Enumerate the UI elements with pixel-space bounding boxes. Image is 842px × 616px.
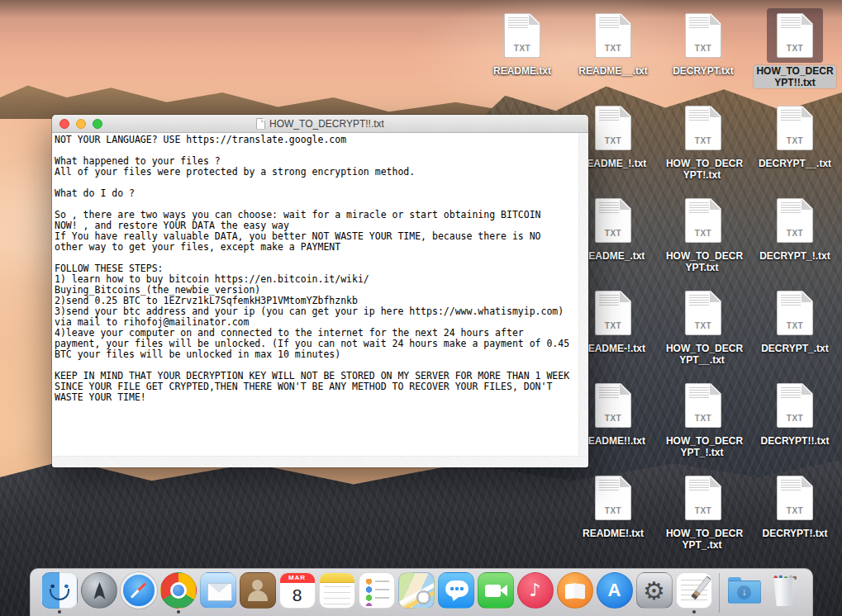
desktop-icon-txt-file[interactable]: TXTDECRYPT_.txt [752, 286, 838, 354]
txt-page-glyph: TXT [685, 13, 721, 58]
file-type-badge: TXT [505, 44, 540, 53]
desktop-icon-txt-file[interactable]: TXTHOW_TO_DECR YPT!.txt [660, 101, 746, 181]
dock-item-sysprefs[interactable]: ⚙ [636, 572, 673, 615]
mail-icon [200, 572, 236, 609]
minimize-button[interactable] [76, 119, 86, 129]
txt-page-glyph: TXT [685, 291, 721, 335]
txt-file-icon: TXT [585, 286, 641, 340]
running-indicator-dot [692, 610, 696, 614]
file-name-label: HOW_TO_DECR YPT.txt [660, 250, 746, 273]
txt-page-glyph: TXT [777, 198, 813, 243]
txt-file-icon: TXT [675, 471, 731, 525]
dock-item-messages[interactable] [438, 572, 474, 615]
ibooks-icon [557, 572, 593, 609]
desktop-icon-txt-file[interactable]: TXTREADME!.txt [570, 471, 656, 539]
downloads-folder-body: ↓ [728, 580, 761, 604]
txt-file-icon: TXT [675, 286, 731, 340]
file-type-badge: TXT [596, 321, 630, 330]
desktop-icon-txt-file[interactable]: TXTHOW_TO_DECR YPT__.txt [660, 286, 746, 366]
desktop-icon-txt-file[interactable]: TXTDECRYPT__.txt [752, 101, 838, 169]
dock-item-chrome[interactable] [160, 572, 197, 615]
dock-item-downloads[interactable]: ↓ [726, 572, 763, 615]
document-proxy-icon[interactable] [256, 118, 265, 130]
file-type-badge: TXT [596, 506, 630, 515]
maps-icon [398, 572, 435, 609]
downloads-icon: ↓ [726, 572, 763, 609]
trash-icon [766, 572, 802, 609]
desktop-icon-txt-file[interactable]: TXTHOW_TO_DECR YPT.txt [660, 193, 746, 273]
dock-item-itunes[interactable]: ♪ [517, 572, 554, 615]
textedit-window: HOW_TO_DECRYPT!!.txt NOT YOUR LANGUAGE? … [52, 115, 588, 467]
desktop-icon-txt-file[interactable]: TXTHOW_TO_DECR YPT!!.txt [752, 8, 838, 88]
desktop-icon-txt-file[interactable]: TXTDECRYPT.txt [660, 8, 746, 77]
txt-page-glyph: TXT [595, 198, 631, 243]
file-name-label: HOW_TO_DECR YPT__.txt [660, 343, 746, 366]
file-type-badge: TXT [778, 506, 812, 515]
file-type-badge: TXT [778, 136, 812, 145]
dock-item-maps[interactable] [398, 572, 435, 615]
desktop-icon-txt-file[interactable]: TXTHOW_TO_DECR YPT_.txt [660, 471, 746, 551]
dock-item-trash[interactable] [766, 572, 802, 615]
file-type-badge: TXT [686, 414, 721, 423]
dock-item-calendar[interactable]: MAR8 [279, 572, 316, 615]
desktop-icon-txt-file[interactable]: TXTDECRYPT_!.txt [752, 193, 838, 262]
txt-file-icon: TXT [675, 193, 731, 248]
dock-item-appstore[interactable]: A [597, 572, 633, 615]
desktop-icon-txt-file[interactable]: TXTREADME.txt [479, 8, 565, 77]
page-fold-corner [710, 384, 721, 395]
dock-item-facetime[interactable] [478, 572, 514, 615]
txt-page-glyph: TXT [777, 291, 813, 335]
contacts-icon [240, 572, 276, 609]
dock-item-finder[interactable] [41, 572, 78, 615]
desktop-icon-txt-file[interactable]: TXTDECRYPT!.txt [752, 471, 838, 539]
facetime-icon [478, 572, 514, 609]
reminders-icon [359, 572, 395, 609]
txt-file-icon: TXT [675, 101, 731, 155]
txt-page-glyph: TXT [595, 383, 631, 428]
page-fold-corner [710, 291, 721, 302]
dock-item-textedit[interactable] [676, 572, 712, 615]
txt-file-icon: TXT [585, 8, 641, 63]
dock-item-reminders[interactable] [359, 572, 395, 615]
chrome-icon [160, 572, 197, 609]
txt-page-glyph: TXT [685, 383, 721, 428]
desktop-icon-txt-file[interactable]: TXTREADME__.txt [570, 8, 656, 77]
file-name-label: DECRYPT_.txt [752, 343, 838, 354]
txt-page-glyph: TXT [685, 106, 721, 150]
file-type-badge: TXT [596, 44, 630, 53]
txt-page-glyph: TXT [777, 106, 813, 150]
page-fold-corner [710, 14, 721, 25]
page-fold-corner [620, 384, 630, 395]
file-name-label: DECRYPT__.txt [752, 158, 838, 169]
page-fold-corner [802, 14, 812, 25]
dock-item-contacts[interactable] [240, 572, 276, 615]
ransom-note-text[interactable]: NOT YOUR LANGUAGE? USE https://translate… [55, 135, 577, 455]
file-type-badge: TXT [686, 506, 721, 515]
dock-item-mail[interactable] [200, 572, 236, 615]
file-type-badge: TXT [686, 136, 721, 145]
txt-page-glyph: TXT [595, 476, 631, 520]
txt-file-icon: TXT [585, 101, 641, 155]
dock-separator [719, 573, 720, 613]
scrollbar-track-horizontal[interactable] [52, 456, 588, 467]
txt-page-glyph: TXT [595, 291, 631, 335]
zoom-button[interactable] [93, 119, 102, 129]
dock-item-safari[interactable] [121, 572, 157, 615]
text-editor-content[interactable]: NOT YOUR LANGUAGE? USE https://translate… [52, 133, 588, 467]
txt-file-icon: TXT [767, 193, 823, 248]
finder-icon [41, 572, 78, 609]
window-titlebar[interactable]: HOW_TO_DECRYPT!!.txt [52, 115, 588, 133]
close-button[interactable] [59, 119, 69, 129]
dock-item-ibooks[interactable] [557, 572, 593, 615]
dock-item-launchpad[interactable] [81, 572, 117, 615]
window-title-area: HOW_TO_DECRYPT!!.txt [52, 118, 588, 130]
desktop-icon-txt-file[interactable]: TXTDECRYPT!!.txt [752, 378, 838, 447]
page-fold-corner [620, 199, 630, 210]
txt-file-icon: TXT [767, 8, 823, 63]
desktop-icon-txt-file[interactable]: TXTHOW_TO_DECR YPT_!.txt [660, 378, 746, 458]
launchpad-icon [81, 572, 117, 609]
txt-file-icon: TXT [767, 471, 823, 525]
txt-file-icon: TXT [767, 101, 823, 155]
dock-item-notes[interactable] [319, 572, 355, 615]
scrollbar-track-vertical[interactable] [578, 133, 588, 456]
